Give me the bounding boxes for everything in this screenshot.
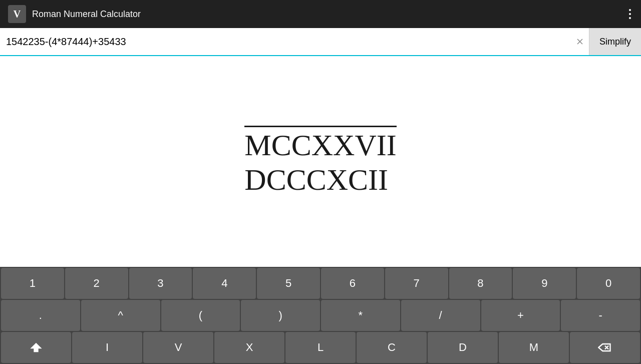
key-5[interactable]: 5: [257, 268, 320, 299]
key-roman-D[interactable]: D: [428, 332, 498, 363]
roman-row: IVXLCDM: [0, 331, 641, 364]
svg-marker-2: [30, 343, 42, 352]
clear-button[interactable]: [571, 33, 589, 51]
normal-roman: DCCCXCII: [244, 163, 388, 197]
key-roman-X[interactable]: X: [214, 332, 284, 363]
key-2[interactable]: 2: [65, 268, 128, 299]
menu-dots-button[interactable]: [627, 7, 633, 21]
app-logo: V: [8, 5, 26, 23]
app-title: Roman Numeral Calculator: [32, 9, 141, 20]
number-row: 1234567890: [0, 267, 641, 299]
key-roman-I[interactable]: I: [72, 332, 142, 363]
key-symbol-([interactable]: (: [161, 300, 240, 331]
key-8[interactable]: 8: [449, 268, 512, 299]
key-symbol-^[interactable]: ^: [81, 300, 160, 331]
key-symbol-+[interactable]: +: [481, 300, 560, 331]
key-symbol--[interactable]: -: [561, 300, 640, 331]
keyboard: 1234567890 .^()*/+- IVXLCDM: [0, 267, 641, 364]
key-4[interactable]: 4: [193, 268, 256, 299]
key-roman-C[interactable]: C: [357, 332, 427, 363]
key-0[interactable]: 0: [577, 268, 640, 299]
simplify-button[interactable]: Simplify: [589, 28, 641, 55]
expression-input[interactable]: [0, 28, 571, 55]
key-symbol-.[interactable]: .: [1, 300, 80, 331]
title-left: V Roman Numeral Calculator: [8, 5, 141, 23]
key-3[interactable]: 3: [129, 268, 192, 299]
overline-roman: MCCXXVII: [244, 126, 396, 163]
key-6[interactable]: 6: [321, 268, 384, 299]
shift-key[interactable]: [1, 332, 71, 363]
title-bar: V Roman Numeral Calculator: [0, 0, 641, 28]
input-bar: Simplify: [0, 28, 641, 56]
roman-numeral-result: MCCXXVIIDCCCXCII: [244, 126, 396, 197]
key-roman-V[interactable]: V: [143, 332, 213, 363]
key-roman-M[interactable]: M: [499, 332, 569, 363]
key-roman-L[interactable]: L: [285, 332, 356, 363]
key-symbol-*[interactable]: *: [321, 300, 400, 331]
backspace-key[interactable]: [570, 332, 640, 363]
key-1[interactable]: 1: [1, 268, 64, 299]
key-9[interactable]: 9: [513, 268, 576, 299]
symbol-row: .^()*/+-: [0, 299, 641, 331]
key-7[interactable]: 7: [385, 268, 448, 299]
result-area: MCCXXVIIDCCCXCII: [0, 56, 641, 267]
key-symbol-)[interactable]: ): [241, 300, 320, 331]
key-symbol-/[interactable]: /: [401, 300, 480, 331]
